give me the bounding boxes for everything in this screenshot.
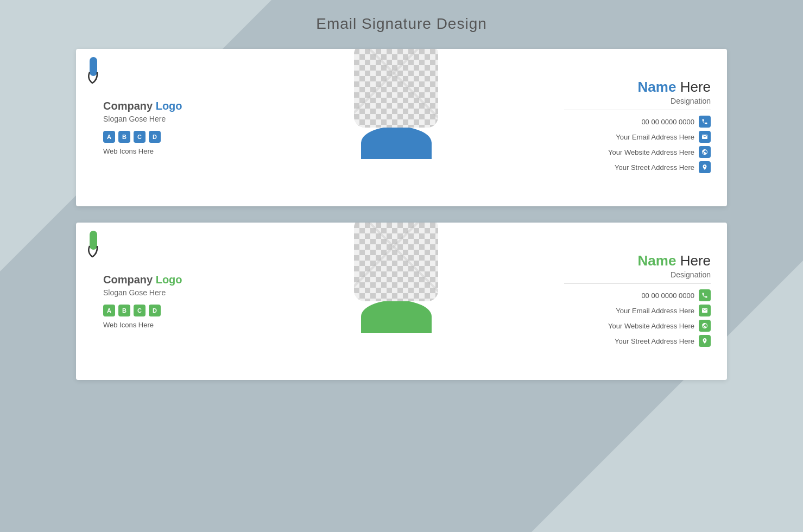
web-icon-a-blue: A bbox=[103, 131, 115, 143]
email-icon-blue bbox=[699, 131, 711, 143]
photo-placeholder-blue bbox=[354, 49, 438, 128]
sig-center-blue bbox=[239, 49, 553, 206]
signature-card-green: Company Logo Slogan Gose Here A B C D We… bbox=[76, 223, 727, 380]
web-icon-b-green: B bbox=[118, 305, 130, 316]
page-title: Email Signature Design bbox=[316, 15, 487, 33]
logo-prefix-green: Company bbox=[103, 274, 156, 286]
slogan-green: Slogan Gose Here bbox=[103, 288, 223, 297]
sig-right-green: Name Here Designation 00 00 0000 0000 Yo… bbox=[553, 223, 727, 380]
checkerboard-green bbox=[354, 223, 438, 301]
company-logo-blue: Company Logo bbox=[103, 100, 223, 112]
web-icon-c-blue: C bbox=[134, 131, 146, 143]
designation-green: Designation bbox=[564, 270, 711, 284]
contact-email-blue: Your Email Address Here bbox=[564, 131, 711, 143]
sig-right-blue: Name Here Designation 00 00 0000 0000 Yo… bbox=[553, 49, 727, 206]
web-icon-d-green: D bbox=[149, 305, 161, 316]
photo-container-blue bbox=[353, 49, 440, 159]
clip-decoration-green bbox=[84, 231, 100, 263]
email-text-blue: Your Email Address Here bbox=[616, 133, 694, 141]
contact-website-green: Your Website Address Here bbox=[564, 320, 711, 332]
phone-text-green: 00 00 0000 0000 bbox=[641, 292, 694, 300]
name-line-blue: Name Here bbox=[564, 79, 711, 96]
email-text-green: Your Email Address Here bbox=[616, 307, 694, 315]
photo-container-green bbox=[353, 223, 440, 333]
designation-blue: Designation bbox=[564, 97, 711, 110]
logo-accent-green: Logo bbox=[156, 274, 182, 286]
web-icons-label-green: Web Icons Here bbox=[103, 321, 223, 329]
street-icon-green bbox=[699, 335, 711, 347]
signature-card-blue: Company Logo Slogan Gose Here A B C D We… bbox=[76, 49, 727, 206]
checkerboard-blue bbox=[354, 49, 438, 128]
company-logo-green: Company Logo bbox=[103, 274, 223, 286]
name-here-blue: Here bbox=[676, 79, 711, 95]
sig-center-green bbox=[239, 223, 553, 380]
cards-container: Company Logo Slogan Gose Here A B C D We… bbox=[76, 49, 727, 380]
name-bold-blue: Name bbox=[638, 79, 676, 95]
phone-icon-blue bbox=[699, 116, 711, 128]
web-icon-a-green: A bbox=[103, 305, 115, 316]
contact-street-blue: Your Street Address Here bbox=[564, 161, 711, 173]
name-here-green: Here bbox=[676, 252, 711, 269]
contact-website-blue: Your Website Address Here bbox=[564, 146, 711, 158]
avatar-base-green bbox=[361, 300, 432, 333]
contact-phone-green: 00 00 0000 0000 bbox=[564, 289, 711, 301]
logo-prefix: Company bbox=[103, 100, 156, 112]
logo-accent-blue: Logo bbox=[156, 100, 182, 112]
web-icon-c-green: C bbox=[134, 305, 146, 316]
name-bold-green: Name bbox=[638, 252, 676, 269]
web-icons-row-green: A B C D bbox=[103, 305, 223, 316]
web-icons-row-blue: A B C D bbox=[103, 131, 223, 143]
avatar-base-blue bbox=[361, 126, 432, 159]
contact-phone-blue: 00 00 0000 0000 bbox=[564, 116, 711, 128]
phone-icon-green bbox=[699, 289, 711, 301]
web-icon-b-blue: B bbox=[118, 131, 130, 143]
photo-placeholder-green bbox=[354, 223, 438, 301]
street-text-blue: Your Street Address Here bbox=[615, 163, 694, 172]
svg-rect-1 bbox=[90, 231, 97, 250]
web-icon-d-blue: D bbox=[149, 131, 161, 143]
sig-left-blue: Company Logo Slogan Gose Here A B C D We… bbox=[76, 49, 239, 206]
contact-street-green: Your Street Address Here bbox=[564, 335, 711, 347]
website-text-green: Your Website Address Here bbox=[608, 322, 694, 330]
clip-decoration-blue bbox=[84, 57, 100, 89]
web-icons-label-blue: Web Icons Here bbox=[103, 147, 223, 155]
street-text-green: Your Street Address Here bbox=[615, 337, 694, 345]
phone-text-blue: 00 00 0000 0000 bbox=[641, 118, 694, 126]
website-icon-green bbox=[699, 320, 711, 332]
website-text-blue: Your Website Address Here bbox=[608, 148, 694, 156]
slogan-blue: Slogan Gose Here bbox=[103, 115, 223, 123]
name-line-green: Name Here bbox=[564, 252, 711, 269]
website-icon-blue bbox=[699, 146, 711, 158]
street-icon-blue bbox=[699, 161, 711, 173]
email-icon-green bbox=[699, 305, 711, 316]
contact-email-green: Your Email Address Here bbox=[564, 305, 711, 316]
svg-rect-0 bbox=[90, 57, 97, 76]
sig-left-green: Company Logo Slogan Gose Here A B C D We… bbox=[76, 223, 239, 380]
